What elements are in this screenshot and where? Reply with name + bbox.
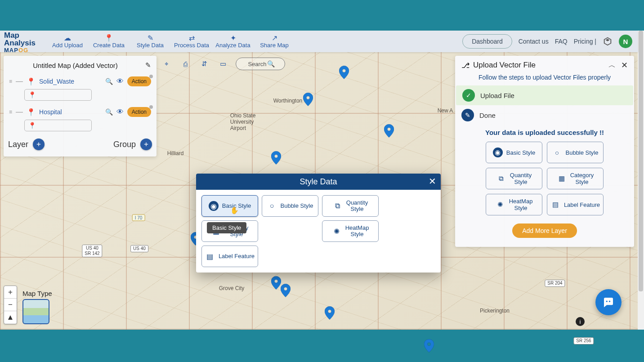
drag-handle-icon[interactable]: ≡: [9, 109, 12, 115]
menu-item-process-data[interactable]: ⇄Process Data: [171, 31, 212, 51]
layer-action-button[interactable]: Action: [127, 76, 151, 86]
zoom-out-button[interactable]: −: [4, 299, 17, 311]
map-pin-icon[interactable]: [325, 306, 335, 320]
edit-title-icon[interactable]: ✎: [145, 61, 151, 69]
style-label: QuantityStyle: [346, 200, 368, 213]
zoom-in-button[interactable]: +: [4, 286, 17, 299]
upload-success-message: Your data is uploaded successfully !!: [455, 125, 634, 142]
layers-panel-header: Untitled Map (Added Vector) ✎: [8, 59, 152, 74]
style-option-heatmap-style[interactable]: ✺HeatMapStyle: [322, 220, 379, 242]
zoom-to-layer-icon[interactable]: 🔍: [105, 108, 113, 116]
visibility-icon[interactable]: 👁: [116, 77, 124, 85]
drag-handle-icon[interactable]: ≡: [9, 78, 12, 85]
menu-label: Style Data: [137, 42, 164, 49]
layer-name[interactable]: Hospital: [39, 108, 62, 116]
menu-item-add-upload[interactable]: ☁Add Upload: [47, 31, 88, 51]
brand-subtitle: MAPOG: [4, 47, 45, 54]
menu-label: Add Upload: [52, 42, 83, 49]
map-pin-icon[interactable]: [271, 151, 281, 165]
page-scrollbar[interactable]: [638, 31, 644, 330]
highway-shield: US 40SR 142: [82, 245, 102, 257]
visibility-icon[interactable]: 👁: [116, 108, 124, 116]
step-icon: ✓: [462, 89, 475, 102]
locate-icon[interactable]: ⌖: [160, 58, 173, 70]
menu-label: Analyze Data: [215, 42, 250, 49]
share-users-icon[interactable]: ⇵: [198, 58, 210, 70]
scrollbar-thumb[interactable]: [639, 31, 643, 291]
menu-item-create-data[interactable]: 📍Create Data: [89, 31, 129, 51]
menu-label: Create Data: [93, 42, 125, 49]
add-layer-button[interactable]: +: [33, 139, 45, 150]
style-option-bubble-style[interactable]: ○Bubble Style: [262, 195, 318, 217]
nav-pricing-link[interactable]: Pricing |: [574, 38, 596, 45]
add-group-button[interactable]: +: [140, 139, 152, 150]
style-option-label-feature[interactable]: ▤Label Feature: [547, 194, 604, 215]
style-option-quantity-style[interactable]: ⧉QuantityStyle: [486, 168, 542, 189]
info-fab-icon[interactable]: i: [576, 317, 585, 326]
style-option-category-style[interactable]: ▦CategoryStyle: [547, 168, 604, 189]
modal-header: Style Data ✕: [196, 174, 441, 190]
upload-step-done[interactable]: ✎Done: [455, 105, 634, 125]
style-option-bubble-style[interactable]: ○Bubble Style: [547, 142, 604, 163]
style-option-basic-style[interactable]: ◉Basic Style: [201, 195, 258, 217]
vector-icon: ⎇: [461, 61, 470, 70]
style-option-basic-style[interactable]: ◉Basic Style: [486, 142, 542, 163]
style-icon: ▤: [550, 200, 560, 210]
layer-name[interactable]: Solid_Waste: [39, 78, 74, 85]
apps-cube-icon[interactable]: [603, 36, 613, 46]
step-label: Upload File: [480, 92, 514, 99]
step-icon: ✎: [461, 109, 474, 121]
chat-fab-icon[interactable]: [595, 289, 622, 315]
step-label: Done: [479, 112, 496, 119]
map-pin-icon[interactable]: [424, 339, 434, 353]
style-option-label-feature[interactable]: ▤Label Feature: [201, 246, 258, 267]
layer-action-button[interactable]: Action: [127, 107, 151, 117]
pin-icon: 📍: [27, 77, 36, 86]
menu-item-analyze-data[interactable]: ✦Analyze Data: [213, 31, 253, 51]
group-label: Group: [113, 140, 136, 149]
collapse-icon[interactable]: ︿: [608, 61, 616, 70]
layer-symbol-box[interactable]: 📍: [24, 89, 92, 101]
panel-close-icon[interactable]: ✕: [621, 60, 628, 70]
comment-icon[interactable]: ▭: [217, 58, 229, 70]
dashboard-button[interactable]: Dashboard: [462, 34, 512, 49]
menu-container: ☁Add Upload📍Create Data✎Style Data⇄Proce…: [47, 31, 295, 51]
reset-bearing-button[interactable]: ▲: [4, 311, 17, 324]
layer-symbol-box[interactable]: 📍: [24, 120, 92, 131]
upload-step-upload-file[interactable]: ✓Upload File: [456, 85, 633, 105]
nav-contact-link[interactable]: Contact us: [519, 38, 549, 45]
brand-title: Map Analysis: [4, 31, 45, 47]
menu-item-share-map[interactable]: ↗Share Map: [254, 31, 295, 51]
search-input[interactable]: Search 🔍: [236, 58, 285, 70]
style-option-quantity-style[interactable]: ⧉QuantityStyle: [322, 195, 379, 217]
style-label: Bubble Style: [566, 149, 599, 156]
style-label: Basic Style: [506, 149, 535, 156]
style-tooltip: Basic Style: [207, 222, 246, 233]
map-pin-icon[interactable]: [384, 124, 394, 138]
map-type-thumbnail[interactable]: [22, 299, 49, 324]
zoom-to-layer-icon[interactable]: 🔍: [105, 78, 113, 85]
user-avatar[interactable]: N: [619, 35, 632, 48]
style-label: HeatMapStyle: [509, 198, 533, 211]
upload-vector-panel: ⎇ Upload Vector File ︿ ✕ Follow the step…: [455, 56, 634, 247]
nav-faq-link[interactable]: FAQ: [555, 38, 568, 45]
map-pin-icon[interactable]: [281, 284, 291, 297]
zoom-controls: + − ▲: [4, 286, 17, 324]
map-type-selector: Map Type: [22, 290, 52, 324]
city-label: Pickerington: [480, 308, 510, 314]
style-icon: ◉: [493, 147, 503, 157]
add-more-layer-button[interactable]: Add More Layer: [512, 223, 577, 238]
symbol-pin-icon: 📍: [28, 122, 36, 129]
svg-point-1: [609, 301, 610, 302]
svg-point-0: [606, 301, 608, 302]
map-pin-icon[interactable]: [271, 276, 281, 290]
map-pin-icon[interactable]: [339, 66, 349, 79]
menu-item-style-data[interactable]: ✎Style Data: [130, 31, 170, 51]
style-option-heatmap-style[interactable]: ✺HeatMapStyle: [486, 194, 542, 215]
modal-close-icon[interactable]: ✕: [429, 176, 436, 187]
style-label: Label Feature: [219, 253, 255, 259]
brand-logo: Map Analysis MAPOG: [0, 30, 47, 54]
dash-icon: —: [16, 108, 23, 116]
print-icon[interactable]: ⎙: [179, 58, 192, 70]
map-pin-icon[interactable]: [303, 93, 313, 106]
